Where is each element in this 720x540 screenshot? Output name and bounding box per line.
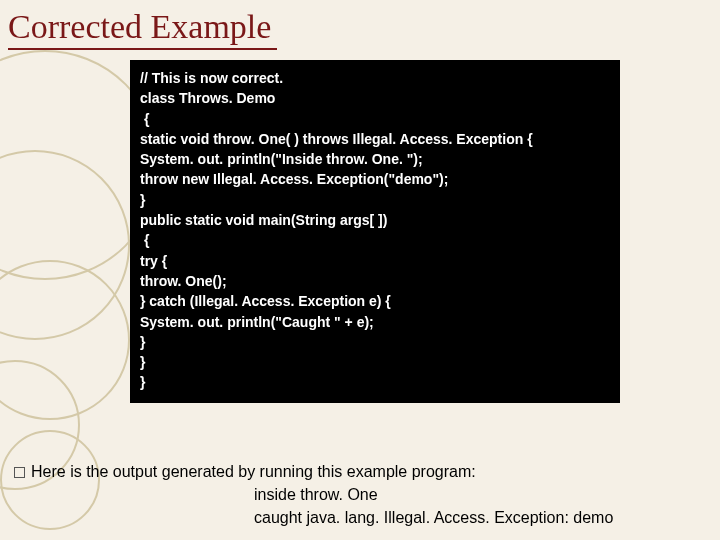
code-line: static void throw. One( ) throws Illegal…	[140, 129, 610, 149]
code-line: }	[140, 190, 610, 210]
output-line: caught java. lang. Illegal. Access. Exce…	[14, 506, 710, 529]
code-line: class Throws. Demo	[140, 88, 610, 108]
code-line: }	[140, 352, 610, 372]
code-line: System. out. println("Caught " + e);	[140, 312, 610, 332]
output-line: inside throw. One	[14, 483, 710, 506]
code-line: System. out. println("Inside throw. One.…	[140, 149, 610, 169]
code-line: throw. One();	[140, 271, 610, 291]
code-line: }	[140, 332, 610, 352]
code-line: {	[140, 230, 610, 250]
code-line: throw new Illegal. Access. Exception("de…	[140, 169, 610, 189]
bullet-checkbox-icon	[14, 467, 25, 478]
code-line: {	[140, 109, 610, 129]
code-line: try {	[140, 251, 610, 271]
code-line: // This is now correct.	[140, 68, 610, 88]
output-intro: Here is the output generated by running …	[31, 463, 476, 480]
code-line: }	[140, 372, 610, 392]
output-description: Here is the output generated by running …	[14, 460, 710, 530]
code-line: } catch (Illegal. Access. Exception e) {	[140, 291, 610, 311]
slide-title: Corrected Example	[8, 8, 277, 50]
code-block: // This is now correct. class Throws. De…	[130, 60, 620, 403]
code-line: public static void main(String args[ ])	[140, 210, 610, 230]
